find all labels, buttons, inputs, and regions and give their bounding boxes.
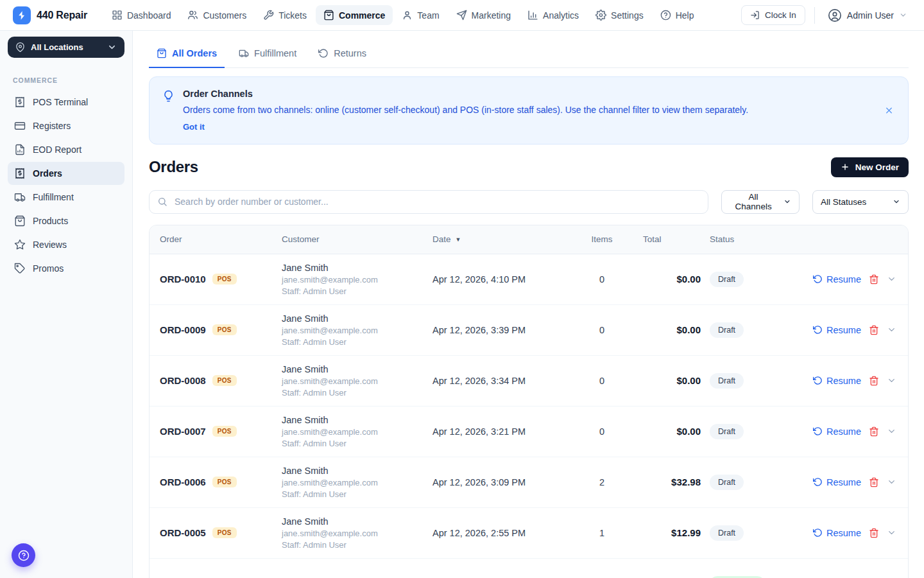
table-row: ORD-0005 POS Jane Smith jane.smith@examp… xyxy=(150,508,908,559)
expand-row-button[interactable] xyxy=(887,325,896,335)
nav-item-marketing[interactable]: Marketing xyxy=(449,5,518,25)
banner-close-button[interactable] xyxy=(880,101,898,119)
delete-button[interactable] xyxy=(869,477,879,487)
got-it-link[interactable]: Got it xyxy=(183,122,205,132)
resume-button[interactable]: Resume xyxy=(813,274,861,285)
customer-email: jane.smith@example.com xyxy=(282,427,432,437)
nav-item-tickets[interactable]: Tickets xyxy=(255,5,314,25)
order-items-count: 1 xyxy=(561,528,643,538)
delete-button[interactable] xyxy=(869,325,879,335)
order-id: ORD-0008 xyxy=(160,375,206,386)
sidebar-item-promos[interactable]: Promos xyxy=(8,257,124,280)
nav-item-commerce[interactable]: Commerce xyxy=(316,5,393,25)
table-row: ORD-0006 POS Jane Smith jane.smith@examp… xyxy=(150,457,908,508)
sidebar-item-registers[interactable]: Registers xyxy=(8,114,124,137)
nav-item-help[interactable]: Help xyxy=(653,5,702,25)
help-fab-button[interactable] xyxy=(12,543,35,567)
row-actions: Resume xyxy=(803,426,898,437)
new-order-button[interactable]: New Order xyxy=(831,157,909,177)
status-filter-select[interactable]: All Statuses xyxy=(812,190,909,214)
delete-button[interactable] xyxy=(869,274,879,285)
nav-item-dashboard[interactable]: Dashboard xyxy=(104,5,179,25)
column-header-date[interactable]: Date▼ xyxy=(432,234,561,244)
chevron-down-icon xyxy=(887,426,896,436)
order-items-count: 0 xyxy=(561,376,643,386)
table-row: ORD-0008 POS Jane Smith jane.smith@examp… xyxy=(150,356,908,407)
customer-cell: Jane Smith jane.smith@example.com Staff:… xyxy=(282,516,432,550)
order-total: $0.00 xyxy=(643,274,701,285)
rotate-ccw-icon xyxy=(813,426,823,436)
customer-staff: Staff: Admin User xyxy=(282,489,432,499)
order-total: $0.00 xyxy=(643,375,701,386)
column-header-total: Total xyxy=(643,234,701,244)
customer-staff: Staff: Admin User xyxy=(282,388,432,398)
expand-row-button[interactable] xyxy=(887,376,896,385)
resume-button[interactable]: Resume xyxy=(813,426,861,437)
order-date: Apr 12, 2026, 3:39 PM xyxy=(432,325,561,335)
expand-row-button[interactable] xyxy=(887,426,896,436)
nav-item-settings[interactable]: Settings xyxy=(588,5,651,25)
rotate-ccw-icon xyxy=(813,274,823,284)
delete-button[interactable] xyxy=(869,376,879,386)
sidebar-item-reviews[interactable]: Reviews xyxy=(8,233,124,256)
status-cell: Draft xyxy=(701,525,803,541)
nav-item-analytics[interactable]: Analytics xyxy=(520,5,586,25)
sidebar-item-fulfillment[interactable]: Fulfillment xyxy=(8,186,124,209)
map-pin-icon xyxy=(15,42,25,52)
tag-icon xyxy=(14,263,26,274)
status-badge: Draft xyxy=(710,424,744,439)
sidebar-item-products[interactable]: Products xyxy=(8,209,124,232)
sidebar-item-pos-terminal[interactable]: POS Terminal xyxy=(8,91,124,114)
expand-row-button[interactable] xyxy=(887,477,896,487)
nav-item-team[interactable]: Team xyxy=(394,5,447,25)
primary-nav: Dashboard Customers Tickets Commerce Tea… xyxy=(104,5,741,25)
customer-name: Jane Smith xyxy=(282,364,432,374)
rotate-ccw-icon xyxy=(318,48,329,58)
expand-row-button[interactable] xyxy=(887,274,896,284)
order-total: $32.98 xyxy=(643,477,701,487)
commerce-bag-icon xyxy=(323,10,334,21)
customers-icon xyxy=(187,10,198,21)
row-actions: Resume xyxy=(803,376,898,386)
resume-button[interactable]: Resume xyxy=(813,477,861,487)
order-date: Apr 12, 2026, 3:21 PM xyxy=(432,426,561,437)
app-brand[interactable]: 440 Repair xyxy=(13,6,87,24)
gear-icon xyxy=(595,10,606,21)
customer-email: jane.smith@example.com xyxy=(282,478,432,487)
column-header-items: Items xyxy=(561,234,643,244)
tab-returns[interactable]: Returns xyxy=(311,48,374,68)
customer-name: Jane Smith xyxy=(282,313,432,324)
user-menu[interactable]: Admin User xyxy=(824,8,911,23)
sidebar-item-eod-report[interactable]: EOD Report xyxy=(8,138,124,161)
channel-badge: POS xyxy=(212,375,237,386)
trash-icon xyxy=(869,426,879,437)
resume-button[interactable]: Resume xyxy=(813,376,861,386)
status-badge: Draft xyxy=(710,475,744,490)
question-mark-icon xyxy=(17,549,30,562)
customer-email: jane.smith@example.com xyxy=(282,326,432,335)
sidebar-item-orders[interactable]: Orders xyxy=(8,162,124,185)
resume-button[interactable]: Resume xyxy=(813,528,861,538)
row-actions: Resume xyxy=(803,325,898,335)
tab-fulfillment[interactable]: Fulfillment xyxy=(231,48,304,68)
orders-tabs: All Orders Fulfillment Returns xyxy=(149,48,909,68)
order-date: Apr 12, 2026, 2:55 PM xyxy=(432,528,561,538)
channel-badge: POS xyxy=(212,527,237,538)
expand-row-button[interactable] xyxy=(887,528,896,538)
star-icon xyxy=(14,239,26,250)
customer-cell: Jane Smith jane.smith@example.com Staff:… xyxy=(282,313,432,347)
order-date: Apr 12, 2026, 3:34 PM xyxy=(432,376,561,386)
resume-button[interactable]: Resume xyxy=(813,325,861,335)
tab-all-orders[interactable]: All Orders xyxy=(149,48,225,68)
delete-button[interactable] xyxy=(869,426,879,437)
chevron-down-icon xyxy=(887,528,896,538)
status-badge: Draft xyxy=(710,525,744,541)
banner-body: Orders come from two channels: online (c… xyxy=(183,104,748,116)
delete-button[interactable] xyxy=(869,528,879,538)
location-selector[interactable]: All Locations xyxy=(8,37,124,58)
search-input[interactable] xyxy=(173,196,700,207)
nav-item-customers[interactable]: Customers xyxy=(180,5,254,25)
status-cell: Draft xyxy=(701,272,803,287)
clock-in-button[interactable]: Clock In xyxy=(741,5,805,25)
channel-filter-select[interactable]: All Channels xyxy=(721,190,800,214)
